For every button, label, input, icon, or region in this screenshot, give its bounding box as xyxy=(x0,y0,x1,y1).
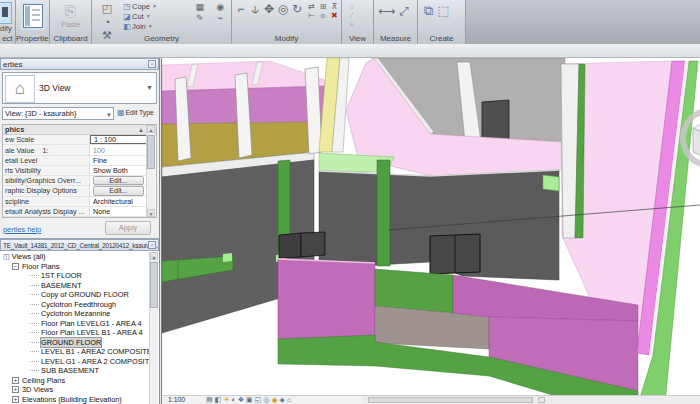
property-value[interactable]: None xyxy=(90,207,147,216)
paint-icon[interactable]: ◉ xyxy=(211,2,231,12)
wall-opening-icon[interactable]: ◰ xyxy=(102,2,112,15)
tree-item-label[interactable]: 3D Views xyxy=(22,385,53,394)
tree-item[interactable]: LEVEL B1 - AREA2 COMPOSITE VIEW xyxy=(0,347,150,357)
offset-icon[interactable]: ⫝ xyxy=(248,2,262,16)
scrollbar-thumb[interactable] xyxy=(147,135,155,169)
edit-button[interactable]: Edit... xyxy=(93,186,144,195)
properties-palette-icon[interactable] xyxy=(23,4,43,28)
modify-tool-button[interactable] xyxy=(0,2,12,24)
properties-scrollbar[interactable]: ▲ ▼ xyxy=(146,125,155,217)
measure-between-icon[interactable]: ⟷ xyxy=(378,4,395,18)
cut-button[interactable]: ◪Cut▼ xyxy=(122,11,188,21)
tree-item-label[interactable]: LEVEL B1 - AREA2 COMPOSITE VIEW xyxy=(41,347,150,356)
scrollbar-thumb[interactable] xyxy=(368,397,533,403)
move-icon[interactable]: ✥ xyxy=(262,2,276,16)
property-value[interactable]: 1 : 100 xyxy=(90,135,147,144)
hide-icon[interactable]: ≡ xyxy=(348,20,355,29)
create-group-icon[interactable]: ⧉ xyxy=(424,3,433,19)
split-icon[interactable]: ⌯ xyxy=(317,11,328,20)
chevron-down-icon[interactable]: ▼ xyxy=(152,3,157,9)
chevron-down-icon[interactable]: ▼ xyxy=(146,13,151,19)
measure-along-icon[interactable]: ⤢ xyxy=(399,4,409,18)
expand-icon[interactable]: + xyxy=(12,386,19,393)
tree-item-label[interactable]: Ceiling Plans xyxy=(22,376,65,385)
property-value[interactable]: Architectural xyxy=(90,197,147,206)
tree-item[interactable]: BASEMENT xyxy=(0,281,150,291)
crop-region-icon[interactable]: ◱ xyxy=(255,396,262,404)
constraints-icon[interactable]: ⌂ xyxy=(287,396,291,404)
temporary-hide-icon[interactable]: ◎ xyxy=(263,396,269,404)
scrollbar-thumb[interactable] xyxy=(150,262,158,308)
view-scale-button[interactable]: 1:100 xyxy=(168,396,185,403)
rotate-icon[interactable]: ↻ xyxy=(290,2,304,16)
drawing-area[interactable]: 1:100 ▤◧☀◐❖▣◱◎◉◈⌂ xyxy=(161,58,700,404)
delete-icon[interactable]: ✖ xyxy=(329,11,340,20)
copy-icon[interactable]: ◎ xyxy=(276,2,290,16)
lightbulb-icon[interactable]: ☼ xyxy=(348,2,355,11)
tree-item-label[interactable]: Floor Plan LEVEL B1 - AREA 4 xyxy=(41,328,143,337)
horizontal-scrollbar[interactable] xyxy=(362,396,700,404)
tree-item-label[interactable]: Elevations (Building Elevation) xyxy=(22,395,122,404)
crop-view-icon[interactable]: ▣ xyxy=(246,396,253,404)
array-icon[interactable]: ⊞ xyxy=(317,2,328,11)
tree-item-label[interactable]: Copy of GROUND FLOOR xyxy=(41,290,129,299)
paste-button[interactable]: ⎘ Paste xyxy=(50,2,91,29)
type-selector[interactable]: ⌂ 3D View ▼ xyxy=(2,72,157,104)
tree-item[interactable]: LEVEL G1 - AREA 2 COMPOSITE PLAN xyxy=(0,357,150,367)
tree-item-label[interactable]: SUB BASEMENT xyxy=(41,366,99,375)
tree-item[interactable]: Cyclotron Feedthrough xyxy=(0,300,150,310)
scroll-down-icon[interactable]: ▼ xyxy=(147,209,155,217)
mirror-icon[interactable]: ⇄ xyxy=(306,2,317,11)
scrollbar-box[interactable] xyxy=(538,397,545,403)
align-icon[interactable]: ⌐ xyxy=(234,2,248,16)
tree-item-label[interactable]: Cyclotron Mezannine xyxy=(41,309,110,318)
chevron-down-icon[interactable]: ▼ xyxy=(148,23,153,29)
property-value[interactable]: Fine xyxy=(90,156,147,165)
linework-pencil-icon[interactable]: ✎ xyxy=(190,13,210,23)
collapse-icon[interactable]: ▲ xyxy=(138,127,144,133)
visual-style-icon[interactable]: ◧ xyxy=(215,396,222,404)
expand-icon[interactable]: + xyxy=(12,396,19,403)
chevron-down-icon[interactable]: ▼ xyxy=(146,84,153,91)
tree-item[interactable]: Floor Plan LEVEL B1 - AREA 4 xyxy=(0,328,150,338)
tree-item[interactable]: GROUND FLOOR xyxy=(0,338,150,348)
tree-item[interactable]: ◫Views (all) xyxy=(0,252,150,262)
analytical-model-icon[interactable]: ◈ xyxy=(280,396,285,404)
apply-button[interactable]: Apply xyxy=(105,221,151,235)
tree-item[interactable]: Cyclotron Mezannine xyxy=(0,309,150,319)
expand-icon[interactable]: + xyxy=(12,377,19,384)
property-value[interactable]: Edit... xyxy=(90,176,147,185)
split-face-icon[interactable]: ▦ xyxy=(190,2,210,12)
scroll-up-icon[interactable]: ▲ xyxy=(150,252,158,260)
apply-coping-icon[interactable]: ◔ xyxy=(104,16,111,28)
create-assembly-icon[interactable]: ⬚ xyxy=(437,3,449,19)
tree-item[interactable]: SUB BASEMENT xyxy=(0,366,150,376)
detail-level-icon[interactable]: ▤ xyxy=(206,396,213,404)
collapse-icon[interactable]: – xyxy=(12,263,19,270)
palette-title-bar[interactable]: erties ▫ xyxy=(0,58,159,70)
tree-item-label[interactable]: Floor Plan LEVELG1 - AREA 4 xyxy=(41,319,142,328)
reveal-hidden-icon[interactable]: ◉ xyxy=(271,396,277,404)
tree-item-label[interactable]: BASEMENT xyxy=(41,281,82,290)
browser-title-bar[interactable]: TE_Vault_14381_2012_CD_Central_20120412_… xyxy=(0,239,159,251)
edit-type-button[interactable]: ▦Edit Type xyxy=(117,107,157,120)
browser-pin-icon[interactable]: ▫ xyxy=(148,241,156,249)
tree-item-label[interactable]: Views (all) xyxy=(12,252,46,261)
property-value[interactable]: Show Both xyxy=(90,166,147,175)
linework-icon[interactable]: ∕ xyxy=(348,11,355,20)
browser-scrollbar[interactable]: ▲ xyxy=(149,252,158,404)
cope-button[interactable]: ◳Cope▼ xyxy=(122,1,188,11)
tree-item-label[interactable]: GROUND FLOOR xyxy=(41,338,101,347)
join-button[interactable]: ◧Join▼ xyxy=(122,21,188,31)
properties-help-link[interactable]: perties help xyxy=(3,225,41,234)
tree-item[interactable]: +3D Views xyxy=(0,385,150,395)
palette-pin-icon[interactable]: ▫ xyxy=(148,60,156,68)
tree-item-label[interactable]: Floor Plans xyxy=(22,262,59,271)
tree-item-label[interactable]: 1ST FLOOR xyxy=(41,271,82,280)
tree-item[interactable]: +Ceiling Plans xyxy=(0,376,150,386)
chevron-down-icon[interactable]: ▼ xyxy=(106,110,112,120)
wall-joins-icon[interactable]: ⌁ xyxy=(211,13,231,23)
edit-button[interactable]: Edit... xyxy=(93,176,144,185)
tree-item-label[interactable]: LEVEL G1 - AREA 2 COMPOSITE PLAN xyxy=(41,357,150,366)
rendering-icon[interactable]: ❖ xyxy=(238,396,244,404)
